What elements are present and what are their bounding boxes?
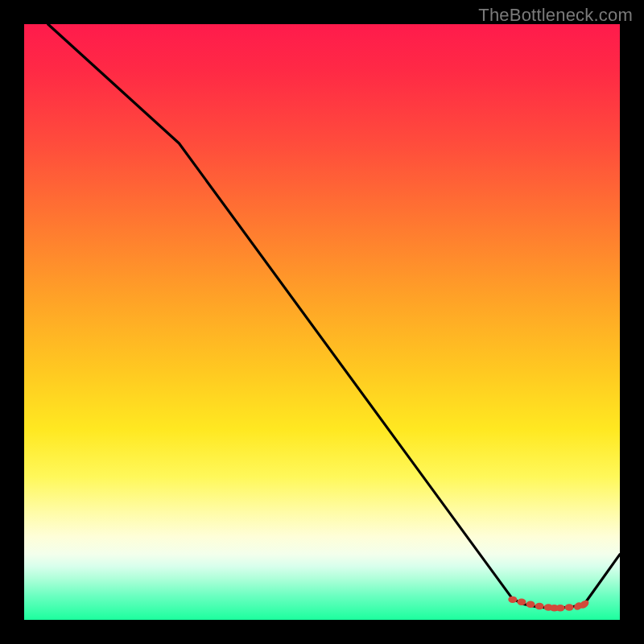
highlight-marker [517,599,526,605]
line-series [48,24,620,608]
curve-line [48,24,620,608]
credit-label: TheBottleneck.com [478,5,633,26]
chart-svg [24,24,620,620]
chart-container: TheBottleneck.com [0,0,644,644]
highlight-markers [508,597,590,612]
highlight-marker [526,601,535,608]
plot-area [24,24,620,620]
highlight-marker [565,604,574,610]
highlight-marker [508,597,517,603]
highlight-marker [535,603,544,609]
highlight-marker [556,605,565,611]
